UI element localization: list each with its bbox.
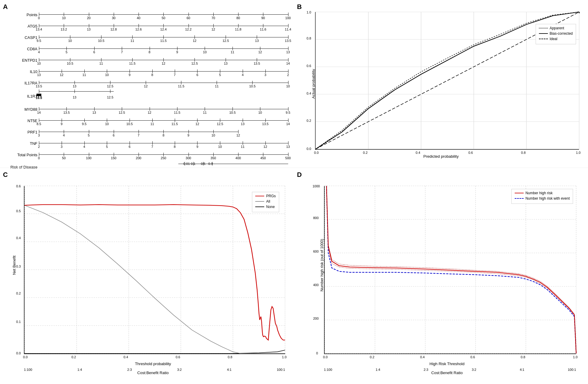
chart-b-legend: Apparent Bias-corrected Ideal bbox=[536, 24, 576, 44]
nom-axis-nt5e: 8.5 9 9.5 10 10.5 11 11.5 12 12.5 13 13.… bbox=[39, 116, 288, 125]
nom-label-prf1: PRF1 bbox=[0, 130, 37, 134]
chart-d-svg bbox=[325, 186, 576, 353]
chart-c-y-label: Net Benefit bbox=[12, 256, 16, 275]
legend-item-biascorrected: Bias-corrected bbox=[539, 31, 573, 36]
nom-label-totalpoints: Total Points bbox=[0, 153, 37, 157]
legend-line-biascorrected bbox=[539, 33, 548, 34]
legend-line-all bbox=[255, 201, 264, 202]
nom-label-il17ra: IL17RA bbox=[0, 81, 37, 85]
d-ratio-tick-3: 2:3 bbox=[424, 368, 428, 371]
panel-a-label: A bbox=[3, 3, 8, 11]
legend-item-apparent: Apparent bbox=[539, 26, 573, 30]
nom-axis-il1r1: 13.5 13 12.5 16.5 bbox=[39, 89, 288, 103]
nom-label-nt5e: NT5E bbox=[0, 119, 37, 123]
d-ratio-tick-4: 3:2 bbox=[472, 368, 476, 371]
chart-c: 0.6 0.5 0.4 0.3 0.2 0.1 0.0 0.0 0.2 0.4 … bbox=[24, 186, 285, 354]
panel-d: D Number high risk (out of 1000) bbox=[294, 168, 588, 384]
panel-c-label: C bbox=[3, 171, 8, 179]
nom-row-tnf: TNF 2 3 4 5 6 7 8 9 10 11 12 13 bbox=[39, 138, 288, 149]
bottom-row: C Net Benefit bbox=[0, 168, 588, 384]
nom-axis-totalpoints: 0 50 100 150 200 250 300 350 400 450 500 bbox=[39, 150, 288, 159]
legend-line-numhighrisk bbox=[515, 193, 524, 193]
chart-c-legend: PRGs All None bbox=[252, 192, 279, 212]
ratio-tick-5: 4:1 bbox=[227, 368, 231, 371]
legend-line-numhighriskevent bbox=[515, 198, 524, 199]
nom-axis-casp1: 9.5 10 10.5 11 11.5 12 12.5 13 13.5 bbox=[39, 33, 288, 42]
nom-axis-il17ra: 13.5 13 12.5 12 11.5 11 10.5 10 bbox=[39, 78, 288, 87]
nom-row-atg5: ATG5 13.4 13.2 13 12.8 12.6 12.4 12.2 12… bbox=[39, 20, 288, 32]
main-container: A Points 0 10 20 30 40 50 bbox=[0, 0, 588, 384]
legend-line-none bbox=[255, 207, 264, 207]
nom-axis-atg5: 13.4 13.2 13 12.8 12.6 12.4 12.2 12 11.8… bbox=[39, 22, 288, 31]
legend-item-prgs: PRGs bbox=[255, 194, 276, 198]
legend-label-ideal: Ideal bbox=[550, 37, 557, 41]
legend-item-numhighrisk: Number high risk bbox=[515, 191, 570, 195]
ratio-tick-3: 2:3 bbox=[127, 368, 132, 371]
nom-axis-points: 0 10 20 30 40 50 60 70 80 90 100 bbox=[39, 10, 288, 19]
nom-axis-il10: 13 12 11 10 9 8 7 6 5 4 3 2 bbox=[39, 67, 288, 76]
top-row: A Points 0 10 20 30 40 50 bbox=[0, 0, 588, 168]
panel-c: C Net Benefit bbox=[0, 168, 294, 384]
panel-d-label: D bbox=[297, 171, 302, 179]
nom-label-atg5: ATG5 bbox=[0, 24, 37, 28]
chart-d-x-label1: High Risk Threshold bbox=[300, 362, 588, 366]
legend-item-none: None bbox=[255, 205, 276, 209]
legend-label-numhighriskevent: Number high risk with event bbox=[525, 196, 570, 201]
nom-row-il1r1: IL1R1 13.5 13 12.5 16.5 bbox=[39, 89, 288, 104]
nom-row-nt5e: NT5E 8.5 9 9.5 10 10.5 11 11.5 12 12.5 1… bbox=[39, 115, 288, 126]
nom-axis-tnf: 2 3 4 5 6 7 8 9 10 11 12 13 bbox=[39, 139, 288, 148]
nom-row-cd8a: CD8A 4 5 6 7 8 9 10 11 12 13 bbox=[39, 43, 288, 54]
legend-label-apparent: Apparent bbox=[550, 26, 564, 30]
legend-item-numhighriskevent: Number high risk with event bbox=[515, 196, 570, 201]
legend-line-ideal bbox=[539, 39, 548, 39]
nom-label-il1r1: IL1R1 bbox=[0, 94, 37, 98]
chart-d: 1000 800 600 400 200 0 0.0 0.2 0.4 0.6 0… bbox=[324, 186, 576, 354]
chart-c-x-label1: Threshold probability bbox=[6, 362, 300, 366]
legend-line-apparent bbox=[539, 28, 548, 28]
nom-row-totalpoints: Total Points 0 50 100 150 200 250 300 35… bbox=[39, 149, 288, 160]
legend-item-all: All bbox=[255, 199, 276, 204]
nom-row-il10: IL10 13 12 11 10 9 8 7 6 5 4 3 2 bbox=[39, 66, 288, 77]
d-ratio-tick-5: 4:1 bbox=[520, 368, 524, 371]
nom-row-casp1: CASP1 9.5 10 10.5 11 11.5 12 12.5 13 13.… bbox=[39, 32, 288, 43]
ratio-tick-6: 100:1 bbox=[277, 368, 285, 371]
nomogram: Points 0 10 20 30 40 50 60 70 80 90 bbox=[39, 9, 288, 165]
legend-label-biascorrected: Bias-corrected bbox=[550, 31, 573, 36]
chart-b-x-label: Predicted probability bbox=[423, 154, 459, 159]
chart-d-y-label: Number high risk (out of 1000) bbox=[320, 239, 324, 292]
nom-row-il17ra: IL17RA 13.5 13 12.5 12 11.5 11 10.5 10 bbox=[39, 77, 288, 89]
panel-a: A Points 0 10 20 30 40 50 bbox=[0, 0, 294, 168]
legend-line-prgs bbox=[255, 196, 264, 196]
nom-row-points: Points 0 10 20 30 40 50 60 70 80 90 bbox=[39, 9, 288, 20]
ratio-tick-2: 1:4 bbox=[78, 368, 82, 371]
d-ratio-tick-2: 1:4 bbox=[376, 368, 380, 371]
panel-b-label: B bbox=[297, 3, 302, 11]
legend-label-none: None bbox=[266, 205, 275, 209]
ratio-tick-1: 1:100 bbox=[24, 368, 32, 371]
legend-label-prgs: PRGs bbox=[266, 194, 276, 198]
chart-c-svg bbox=[25, 186, 285, 353]
nom-row-prf1: PRF1 3 4 5 6 7 8 9 10 12 bbox=[39, 126, 288, 138]
nom-row-entpd1: ENTPD1 10 10.5 11 11.5 12 12.5 13 13.5 1… bbox=[39, 54, 288, 66]
nom-axis-entpd1: 10 10.5 11 11.5 12 12.5 13 13.5 14 bbox=[39, 56, 288, 65]
nom-axis-prf1: 3 4 5 6 7 8 9 10 12 bbox=[39, 128, 288, 136]
nom-label-myd88: MYD88 bbox=[0, 107, 37, 112]
legend-label-numhighrisk: Number high risk bbox=[525, 191, 553, 195]
legend-item-ideal: Ideal bbox=[539, 37, 573, 41]
nom-label-cd8a: CD8A bbox=[0, 47, 37, 51]
chart-d-legend: Number high risk Number high risk with e… bbox=[511, 189, 573, 204]
nom-label-tnf: TNF bbox=[0, 141, 37, 146]
d-ratio-tick-6: 100:1 bbox=[568, 368, 576, 371]
nom-axis-myd88: 14 13.5 13 12.5 12 11.5 11 10.5 10 9.5 bbox=[39, 105, 288, 114]
legend-label-all: All bbox=[266, 199, 270, 204]
nom-axis-cd8a: 4 5 6 7 8 9 10 11 12 13 bbox=[39, 44, 288, 53]
panel-b: B Actual probability bbox=[294, 0, 588, 168]
nom-label-entpd1: ENTPD1 bbox=[0, 58, 37, 63]
nom-label-casp1: CASP1 bbox=[0, 35, 37, 40]
d-ratio-tick-1: 1:100 bbox=[324, 368, 332, 371]
ratio-tick-4: 3:2 bbox=[177, 368, 182, 371]
nom-label-il10: IL10 bbox=[0, 69, 37, 74]
nom-label-points: Points bbox=[0, 13, 37, 17]
nom-row-myd88: MYD88 14 13.5 13 12.5 12 11.5 11 10.5 10… bbox=[39, 104, 288, 115]
